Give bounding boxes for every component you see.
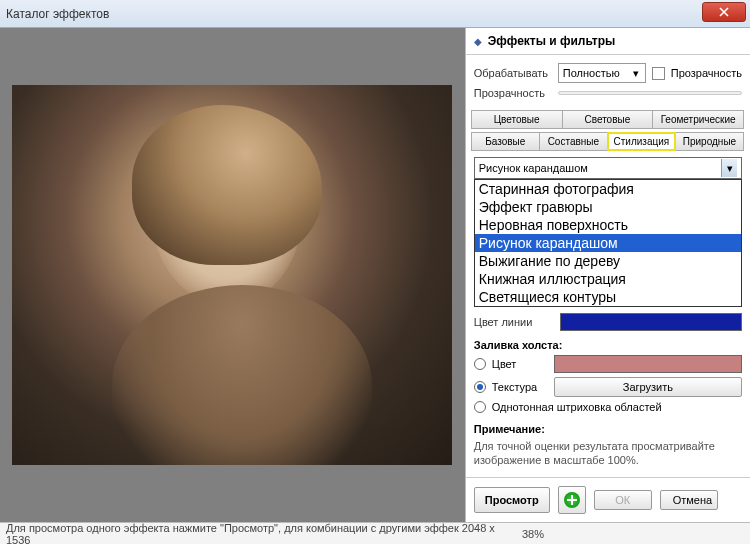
transparency-checkbox[interactable] (652, 67, 665, 80)
effects-panel: ◆ Эффекты и фильтры Обрабатывать Полност… (465, 28, 750, 522)
effect-option[interactable]: Книжная иллюстрация (475, 270, 741, 288)
tab-row-2: Базовые Составные Стилизация Природные (472, 133, 744, 151)
chevron-down-icon: ▾ (629, 66, 643, 80)
effect-selected: Рисунок карандашом (479, 162, 588, 174)
fill-color-swatch[interactable] (554, 355, 742, 373)
load-texture-button[interactable]: Загрузить (554, 377, 742, 397)
titlebar: Каталог эффектов (0, 0, 750, 28)
effect-dropdown-list: Старинная фотография Эффект гравюры Неро… (474, 179, 742, 307)
tab-nature[interactable]: Природные (675, 132, 744, 151)
plus-icon (564, 492, 580, 508)
diamond-icon: ◆ (474, 36, 482, 47)
effect-option-selected[interactable]: Рисунок карандашом (475, 234, 741, 252)
transparency-label: Прозрачность (474, 87, 552, 99)
chevron-down-icon: ▾ (721, 159, 737, 177)
fill-mono-label: Однотонная штриховка областей (492, 401, 662, 413)
ok-button[interactable]: ОК (594, 490, 652, 510)
line-color-swatch[interactable] (560, 313, 742, 331)
add-button[interactable] (558, 486, 586, 514)
effect-option[interactable]: Неровная поверхность (475, 216, 741, 234)
process-mode-combo[interactable]: Полностью ▾ (558, 63, 646, 83)
line-color-label: Цвет линии (474, 316, 552, 328)
process-label: Обрабатывать (474, 67, 552, 79)
effect-option[interactable]: Эффект гравюры (475, 198, 741, 216)
effect-option[interactable]: Светящиеся контуры (475, 288, 741, 306)
fill-texture-radio[interactable] (474, 381, 486, 393)
tab-light[interactable]: Световые (562, 110, 654, 129)
tab-row-1: Цветовые Световые Геометрические (472, 111, 744, 129)
close-icon (719, 7, 729, 17)
tab-geometric[interactable]: Геометрические (652, 110, 744, 129)
process-mode-value: Полностью (563, 67, 620, 79)
footer-buttons: Просмотр ОК Отмена (466, 477, 750, 522)
panel-header: ◆ Эффекты и фильтры (466, 28, 750, 55)
status-percent: 38% (522, 528, 544, 540)
tab-stylization[interactable]: Стилизация (607, 132, 676, 151)
fill-color-radio[interactable] (474, 358, 486, 370)
tab-composite[interactable]: Составные (539, 132, 608, 151)
transparency-slider[interactable] (558, 91, 742, 95)
tab-color[interactable]: Цветовые (471, 110, 563, 129)
preview-image (12, 85, 452, 465)
panel-title: Эффекты и фильтры (488, 34, 616, 48)
fill-header: Заливка холста: (474, 339, 742, 351)
note-text: Для точной оценки результата просматрива… (474, 439, 742, 468)
fill-color-label: Цвет (492, 358, 548, 370)
preview-pane (0, 28, 465, 522)
effect-option[interactable]: Старинная фотография (475, 180, 741, 198)
fill-texture-label: Текстура (492, 381, 548, 393)
status-bar: Для просмотра одного эффекта нажмите "Пр… (0, 522, 750, 544)
note-header: Примечание: (474, 423, 742, 435)
transparency-chk-label: Прозрачность (671, 67, 742, 79)
effect-dropdown[interactable]: Рисунок карандашом ▾ (474, 157, 742, 179)
close-button[interactable] (702, 2, 746, 22)
window-title: Каталог эффектов (6, 7, 109, 21)
fill-mono-radio[interactable] (474, 401, 486, 413)
tab-basic[interactable]: Базовые (471, 132, 540, 151)
preview-button[interactable]: Просмотр (474, 487, 550, 513)
effect-option[interactable]: Выжигание по дереву (475, 252, 741, 270)
status-text: Для просмотра одного эффекта нажмите "Пр… (6, 522, 522, 545)
cancel-button[interactable]: Отмена (660, 490, 718, 510)
